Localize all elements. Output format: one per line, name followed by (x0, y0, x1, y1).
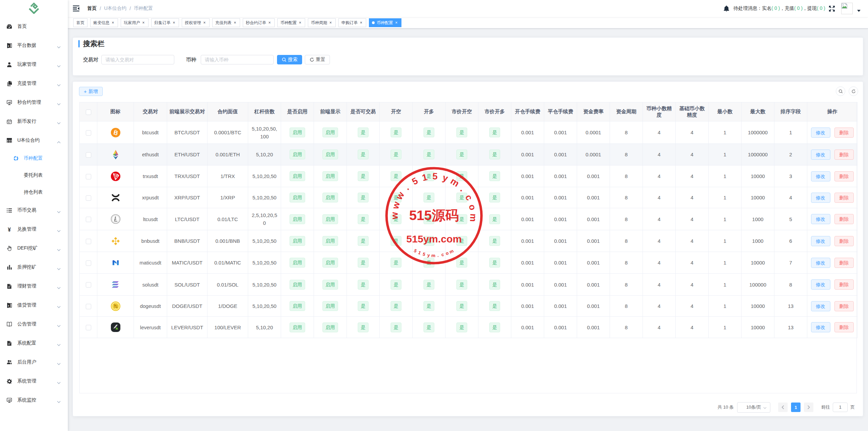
svg-text:m: m (449, 248, 454, 255)
svg-text:w: w (394, 190, 407, 202)
svg-text:515源码: 515源码 (409, 208, 459, 223)
svg-text:515ym.com: 515ym.com (406, 233, 461, 244)
svg-text:5: 5 (413, 248, 418, 254)
svg-text:w: w (390, 212, 400, 220)
svg-text:m: m (468, 213, 478, 222)
svg-text:m: m (449, 176, 461, 189)
svg-text:5: 5 (410, 176, 420, 187)
svg-text:y: y (427, 253, 430, 258)
svg-text:m: m (431, 253, 435, 258)
svg-text:.: . (458, 184, 468, 193)
svg-text:5: 5 (432, 171, 438, 181)
svg-text:1: 1 (421, 172, 429, 183)
svg-text:c: c (463, 193, 475, 202)
svg-text:x: x (8, 304, 9, 307)
svg-text:5: 5 (422, 252, 426, 257)
svg-text:.: . (402, 183, 411, 192)
svg-text:c: c (441, 252, 445, 257)
svg-text:o: o (467, 203, 478, 211)
svg-text:y: y (441, 172, 449, 183)
svg-text:.: . (437, 253, 439, 258)
svg-text:w: w (390, 200, 402, 211)
svg-text:1: 1 (417, 250, 422, 256)
svg-text:x: x (8, 44, 9, 47)
svg-text:¥: ¥ (8, 227, 11, 232)
svg-text:o: o (445, 251, 449, 256)
